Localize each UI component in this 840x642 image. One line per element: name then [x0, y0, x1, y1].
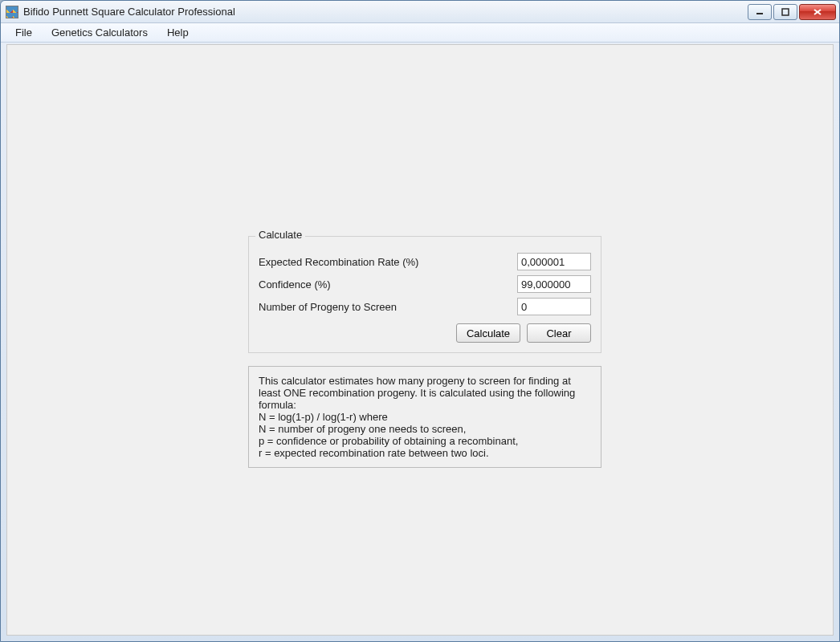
menu-genetics-calculators[interactable]: Genetics Calculators [43, 25, 156, 40]
window-title: Bifido Punnett Square Calculator Profess… [23, 6, 748, 18]
app-window: Bifido Punnett Square Calculator Profess… [0, 0, 840, 642]
menubar: File Genetics Calculators Help [1, 23, 839, 43]
menu-file[interactable]: File [7, 25, 40, 40]
info-panel: This calculator estimates how many proge… [248, 366, 601, 468]
row-confidence: Confidence (%) [259, 275, 591, 293]
window-controls [748, 4, 836, 20]
menu-help[interactable]: Help [159, 25, 197, 40]
input-recombination-rate[interactable] [517, 253, 591, 270]
calculate-button[interactable]: Calculate [456, 323, 520, 343]
maximize-icon [781, 8, 789, 16]
minimize-button[interactable] [748, 4, 772, 20]
row-progeny: Number of Progeny to Screen [259, 298, 591, 315]
minimize-icon [756, 8, 764, 16]
label-recombination-rate: Expected Recombination Rate (%) [259, 256, 517, 268]
input-confidence[interactable] [517, 275, 591, 293]
label-progeny: Number of Progeny to Screen [259, 301, 517, 313]
close-button[interactable] [799, 4, 836, 20]
app-icon [6, 6, 18, 18]
maximize-button[interactable] [773, 4, 797, 20]
close-icon [813, 8, 822, 16]
input-progeny[interactable] [517, 298, 591, 315]
row-recombination-rate: Expected Recombination Rate (%) [259, 253, 591, 270]
client-area: Calculate Expected Recombination Rate (%… [6, 44, 834, 636]
titlebar[interactable]: Bifido Punnett Square Calculator Profess… [1, 1, 839, 23]
label-confidence: Confidence (%) [259, 278, 517, 291]
calculate-group: Calculate Expected Recombination Rate (%… [248, 236, 601, 353]
group-title: Calculate [255, 229, 305, 241]
clear-button[interactable]: Clear [527, 323, 591, 343]
svg-rect-1 [782, 9, 789, 15]
button-row: Calculate Clear [259, 323, 591, 343]
